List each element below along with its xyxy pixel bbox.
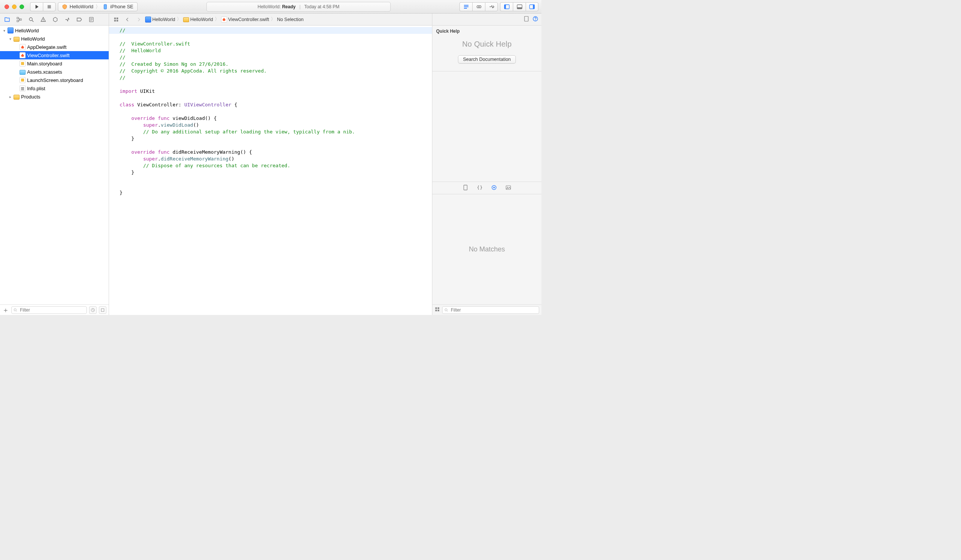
find-navigator-tab[interactable]	[26, 14, 37, 24]
close-window-button[interactable]	[5, 5, 9, 9]
library-view-mode-button[interactable]	[435, 306, 440, 313]
app-target-icon	[62, 4, 67, 10]
breadcrumb-item[interactable]: HelloWorld	[183, 16, 213, 22]
chevron-right-icon: 〉	[177, 16, 182, 22]
chevron-right-icon: 〉	[271, 16, 276, 22]
svg-rect-23	[117, 19, 118, 21]
tree-file[interactable]: ViewController.swift	[0, 51, 109, 59]
disclosure-triangle-icon[interactable]: ▸	[8, 95, 12, 99]
related-items-button[interactable]	[111, 14, 121, 24]
breadcrumb-item[interactable]: HelloWorld	[145, 16, 175, 22]
go-back-button[interactable]	[122, 14, 132, 24]
assistant-editor-button[interactable]	[472, 2, 485, 11]
editor-mode-group	[460, 2, 498, 11]
library-body: No Matches	[432, 194, 542, 305]
scheme-project-label: HelloWorld	[69, 4, 93, 10]
tree-item-label: ViewController.swift	[27, 53, 69, 58]
selector-bar: HelloWorld 〉 HelloWorld 〉 ViewController…	[0, 13, 542, 26]
source-editor[interactable]: // // ViewController.swift // HelloWorld…	[109, 26, 432, 315]
search-documentation-button[interactable]: Search Documentation	[458, 55, 516, 64]
tree-item-label: Info.plist	[27, 86, 45, 91]
toggle-utilities-button[interactable]	[525, 2, 538, 11]
library-filter-input[interactable]	[442, 306, 539, 314]
scheme-device-label: iPhone SE	[110, 4, 133, 10]
folder-icon	[13, 37, 19, 42]
media-library-tab[interactable]	[505, 185, 511, 192]
file-template-library-tab[interactable]	[463, 185, 468, 192]
tree-group[interactable]: ▾HelloWorld	[0, 35, 109, 43]
breadcrumb-item[interactable]: ViewController.swift	[221, 16, 269, 22]
tree-file[interactable]: Main.storyboard	[0, 59, 109, 67]
tree-item-label: Assets.xcassets	[27, 69, 62, 75]
svg-rect-30	[464, 185, 467, 190]
svg-rect-17	[43, 19, 43, 20]
source-control-navigator-tab[interactable]	[13, 14, 25, 24]
status-title: HelloWorld: Ready	[257, 4, 296, 10]
svg-rect-1	[104, 4, 107, 9]
object-library-tab[interactable]	[491, 185, 497, 192]
disclosure-triangle-icon[interactable]: ▾	[2, 29, 6, 33]
svg-rect-15	[20, 19, 21, 20]
scm-status-button[interactable]	[99, 306, 106, 314]
svg-point-39	[445, 308, 447, 311]
scheme-selector[interactable]: HelloWorld 〉 iPhone SE	[58, 2, 138, 11]
run-stop-group	[30, 2, 56, 11]
tree-item-label: Products	[21, 94, 40, 99]
file-inspector-tab[interactable]	[523, 16, 529, 23]
run-button[interactable]	[30, 2, 43, 11]
standard-editor-button[interactable]	[460, 2, 472, 11]
add-button[interactable]: ＋	[2, 306, 9, 314]
svg-rect-20	[114, 17, 116, 19]
svg-rect-8	[504, 5, 506, 9]
svg-rect-38	[438, 310, 439, 311]
code-snippet-library-tab[interactable]	[477, 185, 483, 192]
test-navigator-tab[interactable]	[50, 14, 61, 24]
version-editor-button[interactable]	[485, 2, 498, 11]
recent-files-button[interactable]	[89, 306, 96, 314]
svg-rect-2	[464, 5, 468, 6]
svg-rect-10	[517, 7, 522, 9]
tree-group[interactable]: ▸Products	[0, 93, 109, 101]
breadcrumb: HelloWorld 〉 HelloWorld 〉 ViewController…	[145, 16, 304, 22]
tree-item-label: LaunchScreen.storyboard	[27, 77, 83, 83]
tree-item-label: Main.storyboard	[27, 61, 62, 67]
debug-navigator-tab[interactable]	[62, 14, 73, 24]
tree-item-label: HelloWorld	[15, 28, 39, 34]
breadcrumb-item[interactable]: No Selection	[277, 17, 304, 22]
tree-file[interactable]: LaunchScreen.storyboard	[0, 76, 109, 84]
tree-file[interactable]: Assets.xcassets	[0, 67, 109, 76]
svg-point-34	[507, 186, 508, 187]
go-forward-button[interactable]	[134, 14, 144, 24]
svg-rect-18	[43, 21, 43, 21]
editor-pane: // // ViewController.swift // HelloWorld…	[109, 26, 432, 315]
swift-file-icon	[19, 52, 26, 58]
activity-status[interactable]: HelloWorld: Ready | Today at 4:58 PM	[206, 2, 391, 12]
issue-navigator-tab[interactable]	[38, 14, 49, 24]
svg-rect-36	[438, 307, 439, 309]
tree-file[interactable]: Info.plist	[0, 84, 109, 93]
svg-rect-0	[48, 5, 51, 8]
svg-point-32	[493, 187, 495, 188]
stop-button[interactable]	[43, 2, 56, 11]
tree-item-label: HelloWorld	[21, 36, 45, 42]
device-icon	[103, 4, 108, 10]
breakpoint-navigator-tab[interactable]	[74, 14, 85, 24]
navigator-filter-input[interactable]	[11, 306, 87, 314]
utilities-pane: Quick Help No Quick Help Search Document…	[432, 26, 542, 315]
quick-help-header: Quick Help	[432, 26, 542, 36]
titlebar: HelloWorld 〉 iPhone SE HelloWorld: Ready…	[0, 0, 542, 13]
tree-file[interactable]: AppDelegate.swift	[0, 43, 109, 51]
toggle-navigator-button[interactable]	[500, 2, 513, 11]
zoom-window-button[interactable]	[19, 5, 24, 9]
tree-group[interactable]: ▾HelloWorld	[0, 26, 109, 35]
no-matches-label: No Matches	[469, 246, 505, 254]
minimize-window-button[interactable]	[12, 5, 16, 9]
project-navigator-tab[interactable]	[2, 14, 13, 24]
disclosure-triangle-icon[interactable]: ▾	[8, 37, 12, 41]
quick-help-inspector-tab[interactable]	[532, 16, 538, 23]
file-tree[interactable]: ▾HelloWorld▾HelloWorldAppDelegate.swiftV…	[0, 26, 109, 305]
report-navigator-tab[interactable]	[86, 14, 97, 24]
chevron-right-icon: 〉	[215, 16, 220, 22]
swift-file-icon	[19, 44, 26, 50]
toggle-debug-area-button[interactable]	[513, 2, 525, 11]
